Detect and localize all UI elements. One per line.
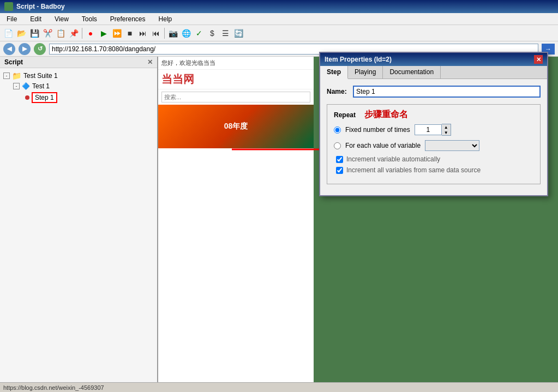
tree-area: - 📁 Test Suite 1 - 🔷 Test 1 Step 1 bbox=[0, 68, 157, 106]
app-icon bbox=[4, 2, 13, 11]
step-bullet bbox=[25, 95, 29, 100]
nav-refresh-btn[interactable]: ↺ bbox=[34, 43, 46, 55]
root-folder-icon: 📁 bbox=[12, 71, 21, 80]
increment-auto-label[interactable]: Increment variable automatically bbox=[346, 155, 440, 163]
refresh-btn[interactable]: 🔄 bbox=[232, 27, 244, 39]
repeat-title: Repeat bbox=[334, 111, 356, 119]
title-bar: Script - Badboy bbox=[0, 0, 558, 13]
panel-header: Script ✕ bbox=[0, 57, 157, 68]
increment-all-label[interactable]: Increment all variables from same data s… bbox=[346, 166, 481, 174]
menu-tools[interactable]: Tools bbox=[77, 14, 101, 24]
chinese-label: 步骤重命名 bbox=[364, 109, 408, 120]
toolbar-separator-2 bbox=[164, 28, 165, 39]
menu-help[interactable]: Help bbox=[154, 14, 177, 24]
tree-root-node[interactable]: - 📁 Test Suite 1 bbox=[2, 70, 155, 81]
root-label: Test Suite 1 bbox=[23, 72, 58, 80]
menu-preferences[interactable]: Preferences bbox=[106, 14, 150, 24]
record-btn[interactable]: ● bbox=[85, 27, 97, 39]
spinner-buttons: ▲ ▼ bbox=[442, 124, 451, 136]
dialog-title: Item Properties (Id=2) bbox=[325, 56, 392, 63]
search-area bbox=[158, 89, 314, 105]
menu-bar: File Edit View Tools Preferences Help bbox=[0, 13, 558, 25]
camera-btn[interactable]: 📷 bbox=[167, 27, 179, 39]
increment-auto-row: Increment variable automatically bbox=[334, 155, 533, 163]
menu-view[interactable]: View bbox=[50, 14, 73, 24]
banner-area: 08年度 bbox=[158, 105, 314, 148]
banner-text: 08年度 bbox=[224, 122, 248, 131]
step-btn[interactable]: ⏭ bbox=[137, 27, 149, 39]
status-text: https://blog.csdn.net/weixin_-4569307 bbox=[3, 384, 104, 391]
paste-btn[interactable]: 📌 bbox=[68, 27, 80, 39]
increment-all-checkbox[interactable] bbox=[336, 167, 343, 174]
step-label: Step 1 bbox=[32, 92, 57, 103]
dialog-title-bar: Item Properties (Id=2) ✕ bbox=[320, 53, 547, 66]
window-title: Script - Badboy bbox=[16, 3, 65, 10]
copy-btn[interactable]: 📋 bbox=[55, 27, 67, 39]
browser-content: 您好，欢迎光临当当 当当网 08年度 bbox=[158, 57, 314, 392]
status-bar: https://blog.csdn.net/weixin_-4569307 bbox=[0, 382, 558, 392]
test-icon: 🔷 bbox=[22, 82, 30, 90]
check-btn[interactable]: ✓ bbox=[193, 27, 205, 39]
nav-forward-btn[interactable]: ▶ bbox=[19, 43, 31, 55]
search-input[interactable] bbox=[161, 92, 310, 102]
spinner-box: ▲ ▼ bbox=[415, 124, 451, 136]
variable-radio-label[interactable]: For each value of variable bbox=[345, 142, 421, 149]
tab-step[interactable]: Step bbox=[320, 66, 348, 79]
list-btn[interactable]: ☰ bbox=[219, 27, 231, 39]
panel-title: Script bbox=[4, 58, 23, 66]
dialog-body: Name: Repeat 步骤重命名 Fixed number of times… bbox=[320, 79, 547, 195]
name-label: Name: bbox=[327, 88, 349, 95]
dangdang-logo: 当当网 bbox=[161, 72, 194, 87]
logo-area: 当当网 bbox=[158, 70, 314, 89]
fixed-count-input[interactable] bbox=[415, 124, 442, 135]
welcome-text: 您好，欢迎光临当当 bbox=[158, 57, 314, 70]
fixed-radio[interactable] bbox=[334, 126, 341, 134]
dialog-close-btn[interactable]: ✕ bbox=[534, 55, 543, 64]
name-row: Name: bbox=[327, 86, 541, 98]
nav-back-btn[interactable]: ◀ bbox=[3, 43, 15, 55]
variable-radio[interactable] bbox=[334, 142, 341, 149]
stop-btn[interactable]: ■ bbox=[124, 27, 136, 39]
dollar-btn[interactable]: $ bbox=[206, 27, 218, 39]
repeat-title-row: Repeat 步骤重命名 bbox=[334, 109, 533, 120]
panel-close-btn[interactable]: ✕ bbox=[147, 58, 153, 66]
name-input[interactable] bbox=[353, 86, 541, 98]
toolbar: 📄 📂 💾 ✂️ 📋 📌 ● ▶ ⏩ ■ ⏭ ⏮ 📷 🌐 ✓ $ ☰ 🔄 bbox=[0, 25, 558, 41]
save-btn[interactable]: 💾 bbox=[28, 27, 40, 39]
increment-auto-checkbox[interactable] bbox=[336, 156, 343, 163]
toolbar-separator-1 bbox=[82, 28, 82, 39]
root-expander[interactable]: - bbox=[3, 73, 10, 79]
play-all-btn[interactable]: ⏩ bbox=[111, 27, 123, 39]
cut-btn[interactable]: ✂️ bbox=[41, 27, 53, 39]
variable-radio-row: For each value of variable bbox=[334, 140, 533, 151]
test-node[interactable]: - 🔷 Test 1 bbox=[2, 81, 155, 91]
play-btn[interactable]: ▶ bbox=[98, 27, 110, 39]
browser-btn[interactable]: 🌐 bbox=[180, 27, 192, 39]
item-properties-dialog: Item Properties (Id=2) ✕ Step Playing Do… bbox=[319, 52, 548, 196]
repeat-group: Repeat 步骤重命名 Fixed number of times ▲ ▼ bbox=[327, 104, 541, 184]
variable-dropdown[interactable] bbox=[425, 140, 479, 151]
step-node[interactable]: Step 1 bbox=[2, 91, 155, 104]
fixed-radio-label[interactable]: Fixed number of times bbox=[345, 126, 410, 134]
tab-playing[interactable]: Playing bbox=[348, 66, 383, 79]
new-btn[interactable]: 📄 bbox=[2, 27, 14, 39]
back-btn[interactable]: ⏮ bbox=[150, 27, 162, 39]
left-panel: Script ✕ - 📁 Test Suite 1 - 🔷 Test 1 Ste… bbox=[0, 57, 158, 392]
test-expander[interactable]: - bbox=[13, 83, 20, 89]
fixed-radio-row: Fixed number of times ▲ ▼ bbox=[334, 124, 533, 136]
spinner-down-btn[interactable]: ▼ bbox=[442, 130, 451, 135]
dialog-tabs: Step Playing Documentation bbox=[320, 66, 547, 79]
menu-edit[interactable]: Edit bbox=[26, 14, 46, 24]
increment-all-row: Increment all variables from same data s… bbox=[334, 166, 533, 174]
menu-file[interactable]: File bbox=[2, 14, 21, 24]
spinner-up-btn[interactable]: ▲ bbox=[442, 124, 451, 130]
open-btn[interactable]: 📂 bbox=[15, 27, 27, 39]
tab-documentation[interactable]: Documentation bbox=[383, 66, 441, 79]
test-label: Test 1 bbox=[32, 82, 50, 90]
